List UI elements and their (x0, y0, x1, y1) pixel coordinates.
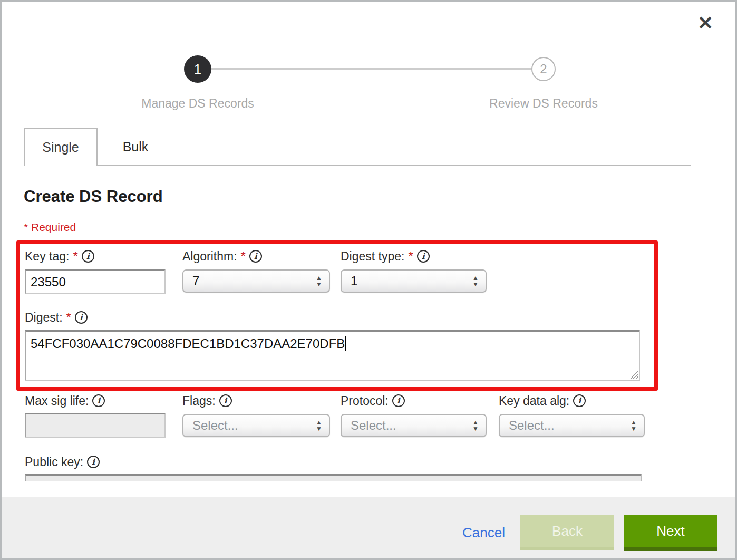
public-key-textarea[interactable] (25, 474, 642, 481)
select-arrows-icon: ▲▼ (472, 420, 479, 431)
max-sig-life-label-text: Max sig life: (25, 394, 89, 408)
digest-textarea[interactable]: 54FCF030AA1C79C0088FDEC1BD1C37DAA2E70DFB (25, 330, 640, 381)
text-caret (345, 336, 346, 351)
step-2-label: Review DS Records (438, 96, 649, 111)
select-arrows-icon: ▲▼ (316, 276, 322, 286)
algorithm-select[interactable]: 7 ▲▼ (182, 269, 330, 293)
info-icon[interactable]: i (573, 394, 586, 407)
info-icon[interactable]: i (219, 394, 232, 407)
protocol-selected-value: Select... (351, 418, 396, 433)
cancel-button[interactable]: Cancel (462, 525, 505, 541)
info-icon[interactable]: i (417, 250, 430, 263)
step-1-label: Manage DS Records (92, 96, 303, 111)
public-key-label: Public key: i (25, 455, 100, 469)
digest-type-label-text: Digest type: (341, 249, 404, 264)
info-icon[interactable]: i (392, 394, 405, 407)
public-key-label-text: Public key: (25, 455, 83, 469)
flags-label-text: Flags: (182, 394, 216, 408)
key-data-alg-selected-value: Select... (509, 418, 555, 433)
required-star: * (66, 310, 71, 325)
key-data-alg-select[interactable]: Select... ▲▼ (499, 414, 645, 437)
tab-bottom-rule (97, 165, 691, 166)
required-star: * (241, 249, 246, 264)
flags-label: Flags: i (182, 394, 232, 408)
tab-single[interactable]: Single (24, 128, 98, 166)
digest-label: Digest: * i (25, 311, 88, 324)
digest-type-selected-value: 1 (351, 274, 357, 288)
digest-value: 54FCF030AA1C79C0088FDEC1BD1C37DAA2E70DFB (31, 336, 345, 351)
info-icon[interactable]: i (249, 250, 262, 263)
resize-handle-icon[interactable] (629, 370, 638, 379)
info-icon[interactable]: i (92, 394, 105, 407)
stepper-connector-line (211, 68, 532, 70)
select-arrows-icon: ▲▼ (316, 420, 322, 431)
tab-bulk[interactable]: Bulk (99, 129, 172, 165)
digest-type-select[interactable]: 1 ▲▼ (341, 269, 487, 293)
protocol-select[interactable]: Select... ▲▼ (341, 414, 487, 437)
algorithm-label: Algorithm: * i (182, 249, 262, 263)
key-tag-label-text: Key tag: (25, 249, 69, 264)
flags-select[interactable]: Select... ▲▼ (182, 414, 330, 437)
required-star: * (73, 249, 77, 264)
key-data-alg-label: Key data alg: i (499, 394, 586, 408)
digest-type-label: Digest type: * i (341, 249, 430, 263)
step-1-circle: 1 (184, 55, 211, 83)
create-ds-record-dialog: ✕ 1 2 Manage DS Records Review DS Record… (0, 0, 737, 560)
close-icon[interactable]: ✕ (697, 14, 713, 33)
required-note: * Required (24, 221, 76, 234)
info-icon[interactable]: i (82, 250, 94, 263)
key-tag-label: Key tag: * i (25, 249, 94, 263)
key-data-alg-label-text: Key data alg: (499, 394, 569, 408)
key-tag-input[interactable] (25, 269, 166, 294)
algorithm-selected-value: 7 (192, 274, 199, 288)
step-2-circle: 2 (531, 57, 556, 81)
info-icon[interactable]: i (87, 456, 100, 468)
digest-label-text: Digest: (25, 311, 63, 325)
info-icon[interactable]: i (75, 311, 88, 324)
page-title: Create DS Record (24, 187, 163, 206)
algorithm-label-text: Algorithm: (182, 249, 237, 264)
back-button[interactable]: Back (520, 515, 614, 550)
max-sig-life-label: Max sig life: i (25, 394, 105, 408)
next-button[interactable]: Next (624, 515, 717, 551)
flags-selected-value: Select... (192, 418, 238, 433)
protocol-label: Protocol: i (341, 394, 405, 408)
max-sig-life-input[interactable] (25, 413, 166, 438)
required-star: * (408, 249, 413, 264)
select-arrows-icon: ▲▼ (472, 276, 479, 286)
protocol-label-text: Protocol: (341, 394, 389, 408)
select-arrows-icon: ▲▼ (631, 420, 637, 431)
